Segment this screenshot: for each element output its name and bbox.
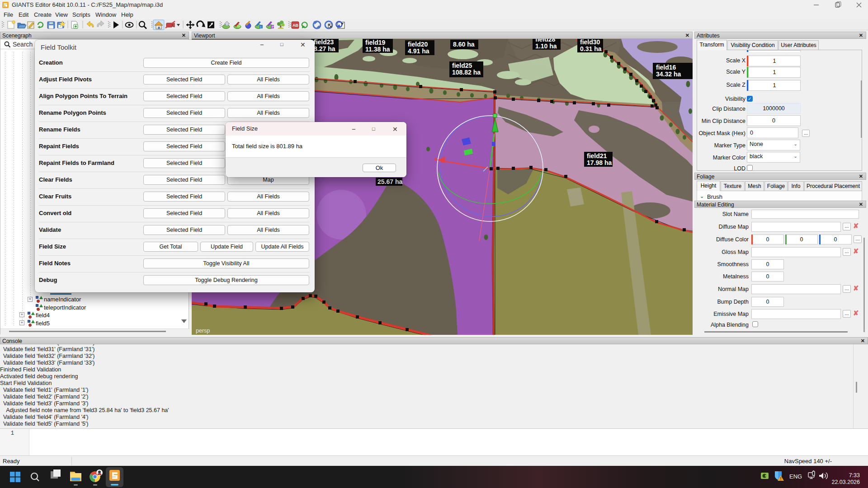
svg-text:7:33: 7:33 — [849, 472, 860, 479]
svg-text:11.38 ha: 11.38 ha — [365, 46, 390, 53]
svg-text:0.31 ha: 0.31 ha — [580, 45, 602, 52]
svg-text:ENG: ENG — [789, 473, 802, 480]
svg-text:P: P — [272, 25, 274, 28]
svg-text:field21: field21 — [587, 152, 607, 160]
svg-text:field20: field20 — [408, 41, 428, 48]
svg-text:1.10 ha: 1.10 ha — [535, 42, 557, 50]
svg-text:persp: persp — [196, 328, 210, 334]
svg-text:25.67 ha: 25.67 ha — [377, 178, 402, 185]
svg-text:108.82 ha: 108.82 ha — [452, 69, 481, 76]
svg-text:field19: field19 — [365, 39, 386, 46]
svg-text:field30: field30 — [580, 39, 600, 46]
svg-text:8.27 ha: 8.27 ha — [314, 45, 335, 52]
svg-text:AB: AB — [292, 23, 298, 28]
svg-text:field23: field23 — [314, 39, 334, 46]
svg-text:field25: field25 — [452, 62, 472, 69]
svg-text:field16: field16 — [656, 64, 676, 71]
svg-text:22.03.2026: 22.03.2026 — [831, 479, 860, 485]
svg-text:17.98 ha: 17.98 ha — [587, 159, 612, 166]
svg-text:4.91 ha: 4.91 ha — [408, 47, 429, 55]
svg-text:8.60 ha: 8.60 ha — [453, 41, 475, 48]
